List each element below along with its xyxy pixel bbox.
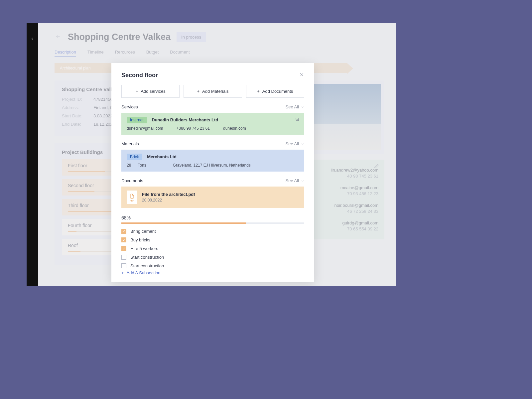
floor-detail-modal: Second floor +Add services +Add Material…: [111, 63, 314, 282]
todo-label: Buy bricks: [130, 237, 150, 242]
documents-see-all[interactable]: See All: [286, 178, 304, 183]
todo-label: Hire 5 workers: [130, 246, 158, 251]
todo-row[interactable]: Start construction: [121, 263, 304, 268]
document-card[interactable]: PDF File from the architect.pdf 20.08.20…: [121, 187, 304, 208]
add-services-label: Add services: [141, 89, 165, 94]
checkbox[interactable]: [121, 255, 126, 260]
trash-icon[interactable]: [295, 117, 300, 123]
document-date: 20.08.2022: [142, 198, 195, 202]
add-subsection-link[interactable]: + Add A Subsection: [121, 270, 304, 275]
todo-row[interactable]: Buy bricks: [121, 237, 304, 242]
todo-row[interactable]: Bring cement: [121, 229, 304, 234]
material-unit: Tons: [138, 163, 146, 168]
checkbox-checked[interactable]: [121, 246, 126, 251]
plus-icon: +: [121, 270, 124, 275]
add-services-button[interactable]: +Add services: [121, 85, 180, 98]
material-addr: Graveland, 1217 EJ Hilversum, Netherland…: [173, 163, 251, 168]
add-materials-button[interactable]: +Add Materials: [184, 85, 242, 98]
todo-label: Start construction: [130, 255, 164, 260]
menu-back-icon[interactable]: [30, 37, 35, 43]
material-name: Merchants Ltd: [147, 154, 177, 159]
checkbox-checked[interactable]: [121, 237, 126, 242]
materials-heading: Materials: [121, 141, 139, 146]
checkbox[interactable]: [121, 263, 126, 268]
add-materials-label: Add Materials: [202, 89, 228, 94]
document-name: File from the architect.pdf: [142, 192, 195, 197]
add-subsection-label: Add A Subsection: [127, 270, 161, 275]
left-sidebar: [27, 23, 38, 286]
checkbox-checked[interactable]: [121, 229, 126, 234]
service-card[interactable]: Internet Dunedin Builders Merchants Ltd …: [121, 113, 304, 135]
services-heading: Services: [121, 104, 138, 109]
documents-heading: Documents: [121, 178, 143, 183]
service-email: dunedin@gmail.com: [127, 126, 163, 131]
service-site: dunedin.com: [223, 126, 246, 131]
todo-label: Bring cement: [130, 229, 156, 234]
todo-row[interactable]: Hire 5 workers: [121, 246, 304, 251]
material-chip: Brick: [127, 154, 142, 160]
service-name: Dunedin Builders Merchants Ltd: [152, 117, 218, 122]
progress-bar: [121, 222, 304, 224]
close-icon[interactable]: [299, 72, 304, 78]
materials-see-all[interactable]: See All: [286, 141, 304, 146]
plus-icon: +: [197, 89, 200, 94]
services-see-all[interactable]: See All: [286, 104, 304, 109]
material-card[interactable]: Brick Merchants Ltd 28 Tons Graveland, 1…: [121, 150, 304, 172]
material-qty: 28: [127, 163, 131, 168]
progress-label: 68%: [121, 215, 304, 220]
service-chip: Internet: [127, 117, 147, 123]
todo-label: Start construction: [130, 263, 164, 268]
add-documents-button[interactable]: +Add Documents: [246, 85, 304, 98]
todo-row[interactable]: Start construction: [121, 255, 304, 260]
app-frame: Shopping Centre Valkea In process Descri…: [27, 23, 396, 286]
pdf-icon: PDF: [127, 191, 137, 204]
add-documents-label: Add Documents: [262, 89, 293, 94]
plus-icon: +: [136, 89, 138, 94]
plus-icon: +: [257, 89, 260, 94]
service-phone: +380 98 745 23 61: [177, 126, 210, 131]
modal-title: Second floor: [121, 72, 158, 79]
